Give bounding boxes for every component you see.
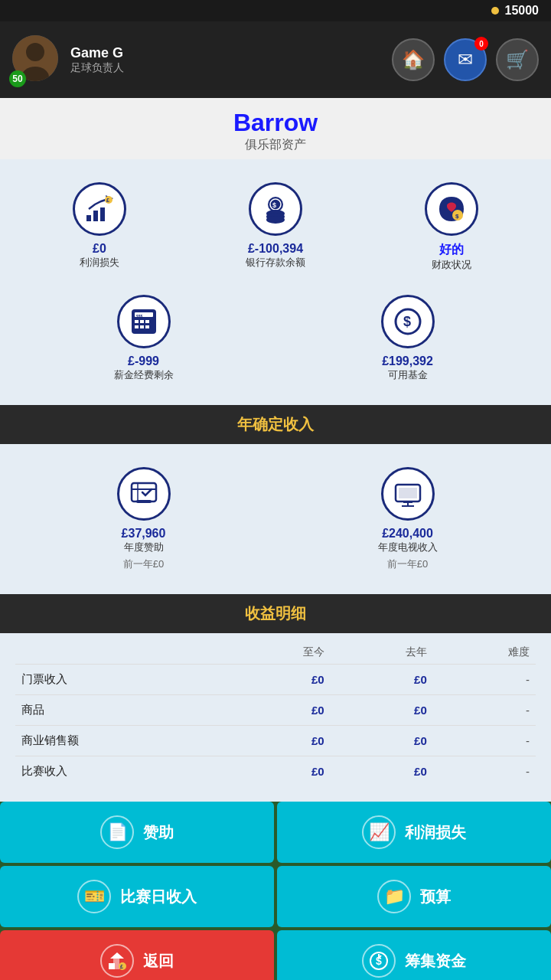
profit-loss-label: 利润损失 [80, 256, 119, 270]
available-funds-value: £199,392 [382, 354, 433, 368]
header-info: Game G 足球负责人 [70, 45, 392, 75]
row-name: 商业销售额 [15, 726, 227, 756]
match-day-button[interactable]: 🎫 比赛日收入 [0, 866, 274, 927]
row-current: £0 [227, 726, 330, 756]
coin-count: 15000 [505, 4, 540, 18]
raise-funds-btn-icon: $ [362, 944, 396, 978]
tv-label: 年度电视收入 [378, 541, 438, 554]
svg-rect-33 [399, 488, 417, 498]
budget-button[interactable]: 📁 预算 [277, 866, 551, 927]
svg-point-1 [26, 43, 44, 61]
financial-status-icon: $ [425, 182, 478, 236]
mail-badge: 0 [474, 37, 488, 51]
sponsorship-prev: 前一年£0 [123, 557, 164, 571]
stats-row1: £ £0 利润损失 $ £-100,394 银行存款余额 [15, 175, 536, 279]
profit-loss-value: £0 [93, 242, 106, 256]
row-current: £0 [227, 756, 330, 787]
table-row: 比赛收入 £0 £0 - [15, 756, 536, 787]
avatar-container: 50 [12, 35, 61, 84]
income-grid: £37,960 年度赞助 前一年£0 £240,400 年度电视收入 前一年£0 [15, 459, 536, 579]
sponsorship-icon [117, 467, 171, 521]
budget-btn-icon: 📁 [377, 880, 411, 913]
svg-rect-25 [145, 325, 149, 328]
svg-rect-24 [140, 325, 144, 328]
stat-available-funds: $ £199,392 可用基金 [279, 287, 536, 390]
sponsorship-button[interactable]: 📄 赞助 [0, 802, 274, 863]
stat-profit-loss: £ £0 利润损失 [15, 175, 184, 279]
svg-text:$$$: $$$ [136, 314, 143, 318]
svg-rect-31 [136, 500, 152, 503]
row-name: 比赛收入 [15, 756, 227, 787]
row-lastyear: £0 [331, 756, 433, 787]
salary-surplus-label: 薪金经费剩余 [114, 368, 174, 382]
cart-button[interactable]: 🛒 [496, 38, 539, 81]
sponsorship-value: £37,960 [122, 527, 166, 541]
revenue-table-header: 至今 去年 难度 [15, 641, 536, 665]
salary-surplus-icon: $$$ [117, 295, 171, 348]
revenue-section: 至今 去年 难度 门票收入 £0 £0 - 商品 £0 £0 - 商业销售额 £… [0, 633, 551, 802]
player-level: 50 [9, 70, 26, 87]
svg-text:$: $ [403, 314, 411, 329]
row-name: 门票收入 [15, 665, 227, 695]
btn-row-3: £ 返回 $ 筹集资金 [0, 930, 551, 980]
profit-loss-btn-icon: 📈 [362, 815, 396, 849]
row-difficulty: - [433, 665, 536, 695]
sponsorship-btn-icon: 📄 [100, 815, 134, 849]
raise-funds-button[interactable]: $ 筹集资金 [277, 930, 551, 980]
back-button[interactable]: £ 返回 [0, 930, 274, 980]
svg-rect-20 [135, 320, 139, 323]
salary-surplus-value: £-999 [128, 354, 159, 368]
header-icons: 🏠 ✉ 0 🛒 [392, 38, 539, 81]
bottom-buttons: 📄 赞助 📈 利润损失 🎫 比赛日收入 📁 预算 £ [0, 802, 551, 980]
table-row: 商业销售额 £0 £0 - [15, 726, 536, 756]
mail-button[interactable]: ✉ 0 [444, 38, 487, 81]
revenue-header: 收益明细 [0, 594, 551, 633]
bank-balance-label: 银行存款余额 [246, 256, 305, 270]
svg-rect-38 [113, 959, 119, 969]
player-name: Game G [70, 45, 392, 61]
sponsorship-label: 年度赞助 [124, 541, 164, 554]
row-difficulty: - [433, 695, 536, 726]
stats-row2: $$$ £-999 薪金经费剩余 $ £199,392 可用基 [15, 287, 536, 390]
svg-rect-21 [140, 320, 144, 323]
financial-status-label: 财政状况 [432, 258, 471, 272]
row-current: £0 [227, 695, 330, 726]
stat-salary-surplus: $$$ £-999 薪金经费剩余 [15, 287, 272, 390]
back-btn-icon: £ [100, 944, 134, 978]
profit-loss-button[interactable]: 📈 利润损失 [277, 802, 551, 863]
home-button[interactable]: 🏠 [392, 38, 435, 81]
status-bar: 15000 [0, 0, 551, 21]
income-section: £37,960 年度赞助 前一年£0 £240,400 年度电视收入 前一年£0 [0, 444, 551, 594]
income-tv: £240,400 年度电视收入 前一年£0 [279, 459, 536, 579]
row-current: £0 [227, 665, 330, 695]
row-name: 商品 [15, 695, 227, 726]
tv-icon [381, 467, 435, 521]
bank-balance-value: £-100,394 [248, 242, 303, 256]
svg-rect-22 [145, 320, 149, 323]
stat-financial-status: $ 好的 财政状况 [367, 175, 536, 279]
row-lastyear: £0 [331, 726, 433, 756]
col-difficulty: 难度 [433, 641, 536, 665]
svg-text:$: $ [455, 213, 459, 220]
svg-rect-3 [86, 215, 91, 221]
club-name: Barrow [0, 109, 551, 137]
svg-text:£: £ [120, 964, 123, 969]
tv-value: £240,400 [382, 527, 433, 541]
btn-row-1: 📄 赞助 📈 利润损失 [0, 802, 551, 863]
club-subtitle: 俱乐部资产 [0, 137, 551, 153]
table-row: 门票收入 £0 £0 - [15, 665, 536, 695]
income-sponsorship: £37,960 年度赞助 前一年£0 [15, 459, 272, 579]
header: 50 Game G 足球负责人 🏠 ✉ 0 🛒 [0, 21, 551, 98]
svg-text:$: $ [272, 201, 276, 209]
tv-prev: 前一年£0 [387, 557, 428, 571]
row-difficulty: - [433, 756, 536, 787]
match-day-btn-icon: 🎫 [77, 880, 111, 913]
svg-rect-23 [135, 325, 139, 328]
annual-income-header: 年确定收入 [0, 405, 551, 444]
svg-rect-28 [132, 483, 156, 501]
svg-text:£: £ [106, 198, 109, 203]
status-indicator [491, 7, 499, 15]
row-lastyear: £0 [331, 695, 433, 726]
table-row: 商品 £0 £0 - [15, 695, 536, 726]
available-funds-icon: $ [381, 295, 435, 348]
